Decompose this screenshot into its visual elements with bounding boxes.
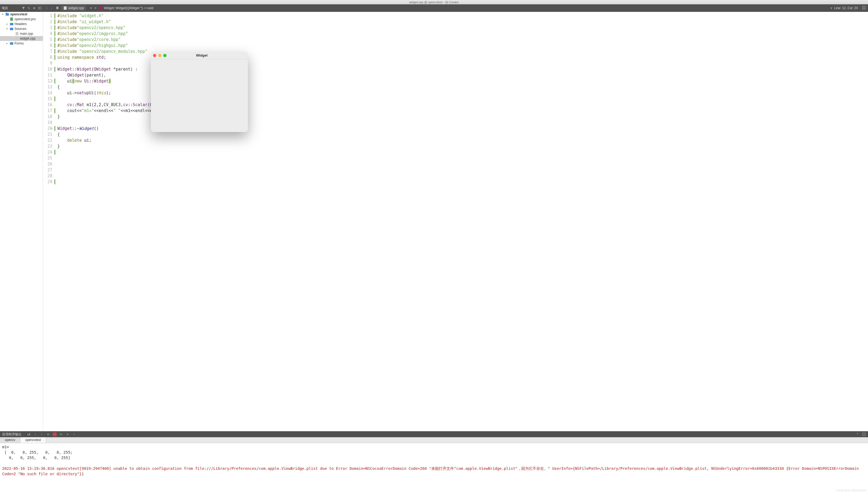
- output-body[interactable]: m1= [ 0, 0, 255, 0, 0, 255; 0, 0, 255, 0…: [0, 443, 868, 493]
- output-line: m1=: [2, 445, 9, 449]
- output-toolbar: 应用程序输出 ‹ › + − ⌃: [0, 431, 868, 437]
- prev-icon[interactable]: ‹: [34, 432, 37, 436]
- svg-rect-12: [10, 42, 13, 45]
- top-toolbar: 项目 ‹ › widget.cpp ▾ ✕ Widget::Widget(QWi…: [0, 4, 868, 12]
- svg-rect-2: [64, 6, 67, 10]
- tree-label: Sources: [15, 27, 26, 31]
- cpp-file-icon: [15, 32, 19, 36]
- svg-rect-5: [6, 13, 9, 16]
- minimize-icon[interactable]: [158, 54, 161, 57]
- file-tab[interactable]: widget.cpp: [61, 6, 86, 10]
- svg-rect-6: [6, 13, 7, 14]
- line-col-status[interactable]: Line: 12, Col: 23: [834, 6, 858, 10]
- nav-forward-icon[interactable]: ›: [50, 6, 53, 10]
- project-icon: [5, 13, 9, 16]
- add-icon[interactable]: [32, 6, 36, 10]
- chevron-down-icon[interactable]: ▾: [1, 13, 4, 16]
- chevron-right-icon[interactable]: ▸: [5, 42, 8, 45]
- window-titlebar: widget.cpp @ opencvtest - Qt Creator: [0, 0, 868, 4]
- tree-main-cpp[interactable]: main.cpp: [0, 31, 43, 36]
- output-line: [ 0, 0, 255, 0, 0, 255;: [2, 450, 72, 454]
- project-label: 项目: [2, 6, 20, 10]
- output-tab-opencvtest[interactable]: opencvtest: [20, 437, 46, 443]
- close-icon[interactable]: [153, 54, 156, 57]
- modified-icon: [98, 6, 102, 10]
- tree-label: opencvtest: [10, 13, 27, 16]
- tree-label: Forms: [15, 42, 24, 45]
- run-green-icon[interactable]: [59, 432, 63, 436]
- window-title: Widget: [169, 53, 235, 57]
- output-error: 2022-05-16 15:19:36.816 opencvtest[9019:…: [2, 466, 861, 476]
- tree-label: opencvtest.pro: [15, 17, 36, 21]
- cpp-file-icon: [15, 37, 19, 40]
- tree-label: widget.cpp: [20, 37, 35, 40]
- svg-rect-8: [10, 23, 13, 25]
- tree-forms[interactable]: ▸ Forms: [0, 41, 43, 46]
- tree-label: main.cpp: [20, 32, 33, 36]
- chevron-right-icon[interactable]: ▸: [5, 23, 8, 25]
- breadcrumb[interactable]: Widget::Widget(QWidget *) -> void: [104, 6, 828, 10]
- stop-icon[interactable]: [53, 432, 57, 436]
- maximize-icon[interactable]: [862, 432, 866, 436]
- tree-pro-file[interactable]: opencvtest.pro: [0, 17, 43, 22]
- output-line: 0, 0, 255, 0, 0, 255]: [2, 455, 70, 460]
- tree-label: Headers: [15, 22, 27, 26]
- file-icon: [64, 6, 67, 10]
- tree-root[interactable]: ▾ opencvtest: [0, 12, 43, 17]
- svg-rect-11: [16, 37, 18, 40]
- window-titlebar[interactable]: Widget: [151, 52, 248, 59]
- attach-icon[interactable]: [27, 432, 31, 436]
- zoom-icon[interactable]: [163, 54, 167, 57]
- split-editor-icon[interactable]: [862, 6, 866, 10]
- minus-icon[interactable]: −: [72, 432, 76, 436]
- output-tabs: opencv opencvtest: [0, 437, 868, 443]
- tree-headers[interactable]: ▸ Headers: [0, 22, 43, 26]
- folder-icon: [10, 27, 14, 31]
- output-title: 应用程序输出: [2, 432, 22, 437]
- project-tree[interactable]: ▾ opencvtest opencvtest.pro ▸ Headers ▾ …: [0, 12, 43, 431]
- output-tab-opencv[interactable]: opencv: [0, 437, 20, 443]
- svg-rect-13: [863, 433, 865, 436]
- tree-widget-cpp[interactable]: widget.cpp: [0, 36, 43, 41]
- pro-file-icon: [10, 17, 14, 21]
- filter-icon[interactable]: [22, 6, 25, 10]
- svg-rect-1: [40, 7, 41, 9]
- dropdown-icon[interactable]: ▾: [90, 6, 92, 10]
- nav-back-icon[interactable]: ‹: [45, 6, 48, 10]
- split-icon[interactable]: [38, 6, 42, 10]
- run-icon[interactable]: [46, 432, 50, 436]
- file-tab-label: widget.cpp: [68, 6, 84, 10]
- next-icon[interactable]: ›: [40, 432, 44, 436]
- svg-rect-10: [16, 32, 18, 35]
- close-icon[interactable]: ✕: [94, 6, 97, 10]
- running-app-window[interactable]: Widget: [151, 52, 248, 132]
- watermark: CSDN @电子爱好者2015: [836, 489, 866, 492]
- link-icon[interactable]: [27, 6, 31, 10]
- svg-rect-0: [38, 7, 39, 9]
- svg-rect-9: [10, 28, 13, 30]
- folder-icon: [10, 42, 14, 45]
- bookmark-icon[interactable]: [56, 6, 59, 10]
- chevron-down-icon[interactable]: ▾: [5, 27, 8, 30]
- breadcrumb-dropdown-icon[interactable]: ▾: [830, 6, 832, 10]
- plus-icon[interactable]: +: [66, 432, 69, 436]
- svg-rect-7: [10, 18, 13, 21]
- collapse-icon[interactable]: ⌃: [855, 432, 860, 436]
- tree-sources[interactable]: ▾ Sources: [0, 26, 43, 31]
- folder-icon: [10, 22, 14, 26]
